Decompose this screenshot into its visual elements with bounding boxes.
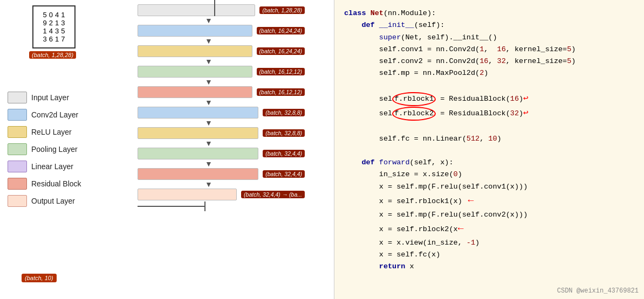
code-x1: x = self.mp(F.relu(self.conv1(x))) [344, 181, 634, 193]
output-layer [138, 189, 237, 200]
legend-residual-box [8, 178, 27, 190]
code-rblock2: self.rblock2 = ResidualBlock(32)↩ [344, 106, 634, 121]
code-init: def __init__(self): [344, 19, 634, 31]
badge-4: (batch, 16,12,12) [257, 88, 305, 96]
conv-layer-1 [138, 25, 252, 37]
layer-row-8: (batch, 32,4,4) [138, 168, 305, 180]
residual-layer-1 [138, 86, 252, 98]
code-blank1 [344, 80, 634, 92]
badge-3: (batch, 16,12,12) [257, 68, 305, 75]
legend-relu: ReLU Layer [8, 126, 81, 138]
layer-row-1: (batch, 16,24,24) [138, 25, 305, 37]
legend-linear-box [8, 161, 27, 172]
legend-input-box [8, 92, 27, 103]
badge-0: (batch, 1,28,28) [259, 6, 305, 14]
legend-conv: Conv2d Layer [8, 109, 81, 121]
code-fc: self.fc = nn.Linear(512, 10) [344, 133, 634, 145]
layer-row-0: (batch, 1,28,28) [138, 4, 305, 16]
left-panel: 5041 9213 1435 3617 (batch, 1,28,28) Inp… [0, 0, 334, 299]
arrow-3: ▼ [138, 78, 305, 86]
legend-pool-box [8, 143, 27, 155]
layer-row-9: (batch, 32,4,4) → (ba... [138, 189, 305, 200]
badge-2: (batch, 16,24,24) [257, 47, 305, 55]
network-layers: (batch, 1,28,28) ▼ (batch, 16,24,24) ▼ (… [138, 4, 305, 211]
legend-residual: Residual Block [8, 178, 81, 190]
code-forward: def forward(self, x): [344, 157, 634, 169]
arrow-1: ▼ [138, 37, 305, 45]
legend-conv-box [8, 109, 27, 121]
arrow-2: ▼ [138, 57, 305, 66]
output-vert-line [204, 201, 205, 211]
layer-row-5: (batch, 32,8,8) [138, 107, 305, 119]
relu-layer-2 [138, 127, 258, 139]
legend: Input Layer Conv2d Layer ReLU Layer Pool… [8, 92, 81, 207]
legend-output-box [8, 195, 27, 207]
output-horiz-line [138, 206, 205, 207]
code-x3: x = self.mp(F.relu(self.conv2(x))) [344, 209, 634, 221]
legend-output-label: Output Layer [31, 197, 75, 205]
input-image-label: (batch, 1,28,28) [29, 51, 76, 59]
code-class: class Net(nn.Module): [344, 8, 634, 19]
legend-pool: Pooling Layer [8, 143, 81, 155]
layer-row-6: (batch, 32,8,8) [138, 127, 305, 139]
arrow-7: ▼ [138, 159, 305, 168]
legend-pool-label: Pooling Layer [31, 145, 78, 154]
code-insize: in_size = x.size(0) [344, 169, 634, 180]
legend-linear-label: Linear Layer [31, 162, 73, 171]
legend-relu-label: ReLU Layer [31, 128, 72, 136]
network-diagram: (batch, 1,28,28) ▼ (batch, 16,24,24) ▼ (… [138, 4, 326, 211]
code-blank2 [344, 121, 634, 133]
legend-conv-label: Conv2d Layer [31, 110, 78, 119]
legend-linear: Linear Layer [8, 161, 81, 172]
pool-layer-2 [138, 148, 258, 159]
legend-relu-box [8, 126, 27, 138]
code-conv1: self.conv1 = nn.Conv2d(1, 16, kernel_siz… [344, 44, 634, 55]
code-x5: x = x.view(in_size, -1) [344, 237, 634, 249]
input-layer-box [138, 4, 255, 16]
residual-layer-2 [138, 168, 258, 180]
layer-row-2: (batch, 16,24,24) [138, 45, 305, 57]
layer-row-4: (batch, 16,12,12) [138, 86, 305, 98]
top-connector [214, 0, 215, 16]
badge-7: (batch, 32,4,4) [263, 150, 305, 157]
pool-layer-1 [138, 66, 252, 78]
arrow-0: ▼ [138, 16, 305, 25]
arrow-6: ▼ [138, 139, 305, 148]
badge-9: (batch, 32,4,4) → (ba... [241, 191, 305, 198]
code-blank3 [344, 145, 634, 157]
arrow-5: ▼ [138, 119, 305, 127]
relu-layer-1 [138, 45, 252, 57]
layer-row-3: (batch, 16,12,12) [138, 66, 305, 78]
badge-5: (batch, 32,8,8) [263, 109, 305, 116]
legend-residual-label: Residual Block [31, 179, 81, 188]
badge-8: (batch, 32,4,4) [263, 170, 305, 178]
code-x4: x = self.rblock2(x← [344, 221, 634, 237]
code-rblock1: self.rblock1 = ResidualBlock(16)↩ [344, 92, 634, 106]
arrow-8: ▼ [138, 180, 305, 189]
code-panel: class Net(nn.Module): def __init__(self)… [334, 0, 644, 299]
input-image: 5041 9213 1435 3617 [32, 5, 76, 48]
code-x6: x = self.fc(x) [344, 249, 634, 261]
watermark: CSDN @weixin_43769821 [557, 287, 639, 295]
code-x2: x = self.rblock1(x) ← [344, 193, 634, 209]
output-arrow-row [138, 201, 305, 211]
legend-input-label: Input Layer [31, 93, 69, 102]
code-conv2: self.conv2 = nn.Conv2d(16, 32, kernel_si… [344, 55, 634, 67]
badge-6: (batch, 32,8,8) [263, 129, 305, 137]
legend-output: Output Layer [8, 195, 81, 207]
layer-row-7: (batch, 32,4,4) [138, 148, 305, 159]
output-label: (batch, 10) [22, 274, 57, 282]
badge-1: (batch, 16,24,24) [257, 27, 305, 34]
legend-input: Input Layer [8, 92, 81, 103]
conv-layer-2 [138, 107, 258, 119]
arrow-4: ▼ [138, 98, 305, 107]
code-super: super(Net, self).__init__() [344, 32, 634, 44]
code-return: return x [344, 261, 634, 273]
code-mp: self.mp = nn.MaxPool2d(2) [344, 67, 634, 79]
